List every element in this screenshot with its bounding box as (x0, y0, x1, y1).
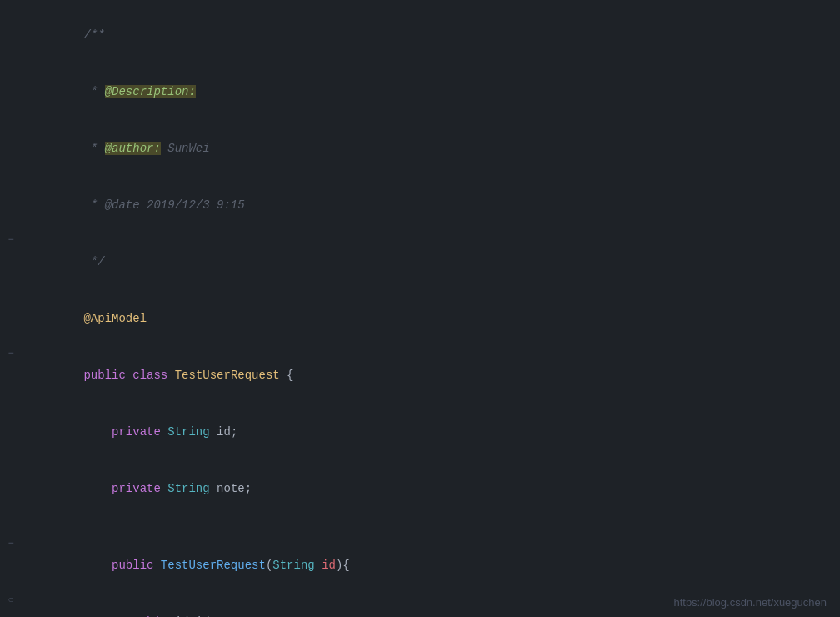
line-gutter: − (0, 234, 25, 246)
line-content: * @Description: (38, 64, 840, 119)
line-gutter: − (0, 348, 25, 359)
line-content: * @date 2019/12/3 9:15 (38, 178, 840, 233)
line-content: @ApiModel (38, 291, 840, 346)
line-content: private String note; (38, 461, 840, 516)
code-line-9: private String note; (0, 460, 840, 517)
line-gutter: ○ (0, 594, 25, 606)
watermark-text: https://blog.csdn.net/xueguchen (673, 596, 827, 609)
code-line-5: − */ (0, 233, 840, 290)
line-content: * @author: SunWei (38, 121, 840, 176)
code-line-7: − public class TestUserRequest { (0, 347, 840, 404)
code-line-3: * @author: SunWei (0, 120, 840, 177)
code-line-2: * @Description: (0, 63, 840, 120)
code-line-1: /** (0, 7, 840, 63)
line-content: public TestUserRequest(String id){ (38, 538, 840, 593)
code-line-4: * @date 2019/12/3 9:15 (0, 177, 840, 233)
line-content: /** (38, 8, 840, 63)
code-line-8: private String id; (0, 404, 840, 460)
code-editor: /** * @Description: * @author: SunWei * … (0, 0, 840, 617)
line-content: private String id; (38, 404, 840, 459)
code-line-10 (0, 517, 840, 537)
code-line-11: − public TestUserRequest(String id){ (0, 537, 840, 594)
line-content: public class TestUserRequest { (38, 348, 840, 403)
code-line-6: @ApiModel (0, 290, 840, 347)
line-gutter: − (0, 538, 25, 549)
line-content: */ (38, 234, 840, 289)
line-content (38, 518, 840, 536)
